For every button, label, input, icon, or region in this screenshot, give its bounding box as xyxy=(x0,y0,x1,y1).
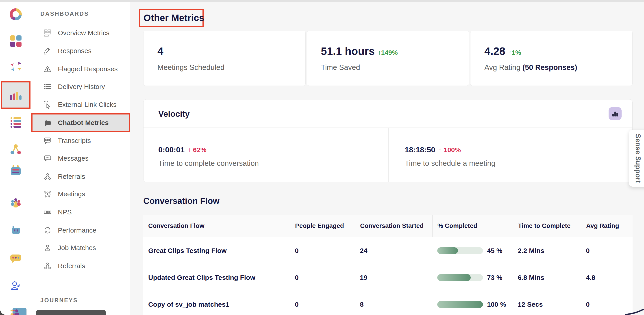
arrows-nav[interactable]: ➤ ➤ ➤ ➤ xyxy=(10,60,22,73)
sidebar-item-job-matches[interactable]: Job Matches xyxy=(32,239,130,257)
annotation-box-title: Other Metrics xyxy=(139,9,204,27)
up-arrow-icon: ↑ xyxy=(378,49,381,56)
icon-rail: ➤ ➤ ➤ ➤ xyxy=(0,0,32,315)
chatbot-metrics-dashboard: ➤ ➤ ➤ ➤ xyxy=(0,0,644,315)
progress-bar xyxy=(437,247,483,254)
up-arrow-icon: ↑ xyxy=(508,49,512,56)
team-nav[interactable] xyxy=(10,197,22,209)
progress-bar xyxy=(437,274,483,281)
column-header: Time to Complete xyxy=(513,215,581,237)
list-nav[interactable] xyxy=(10,116,22,129)
progress-label: 73 % xyxy=(487,274,502,281)
summary-cards: 4 Meetings Scheduled 51.1 hours ↑149% Ti… xyxy=(143,31,632,86)
sync-icon xyxy=(43,226,52,235)
calendar-icon xyxy=(10,165,21,175)
sidebar-item-transcripts[interactable]: Transcripts xyxy=(32,132,130,150)
network-colored-icon xyxy=(10,143,22,156)
cursor-click-icon xyxy=(43,100,52,109)
card-meetings-scheduled: 4 Meetings Scheduled xyxy=(143,31,306,86)
table-header-row: Conversation Flow People Engaged Convers… xyxy=(143,215,632,237)
sidebar-item-delivery-history[interactable]: Delivery History xyxy=(32,78,130,96)
card-value: 51.1 hours xyxy=(321,45,375,57)
sidebar-item-external-link-clicks[interactable]: External Link Clicks xyxy=(32,96,130,114)
delta-up-red: ↑ 100% xyxy=(438,146,461,154)
column-header: Conversation Flow xyxy=(143,215,290,237)
chart-type-button[interactable] xyxy=(608,107,622,120)
sidebar-item-meetings[interactable]: Meetings xyxy=(32,185,130,203)
person-icon xyxy=(43,243,52,252)
sidebar-item-messages[interactable]: Messages xyxy=(32,149,130,167)
card-time-saved: 51.1 hours ↑149% Time Saved xyxy=(307,31,469,86)
bar-chart-icon xyxy=(10,91,22,100)
user-incoming-nav[interactable] xyxy=(10,279,22,292)
bottom-right-swoosh xyxy=(625,309,644,315)
sidebar-item-referrals-2[interactable]: Referrals xyxy=(32,257,130,275)
pencil-icon xyxy=(43,46,52,55)
list-colored-icon xyxy=(10,117,21,128)
flow-name: Copy of sv_job matches1 xyxy=(143,291,290,315)
flow-name: Great Clips Testing Flow xyxy=(143,237,290,264)
contact-card-icon xyxy=(10,308,21,315)
network-nav[interactable] xyxy=(10,143,22,156)
sidebar-item-responses[interactable]: Responses xyxy=(32,42,130,60)
window-top-strip xyxy=(0,0,644,2)
sidebar-item-performance[interactable]: Performance xyxy=(32,221,130,239)
flow-name: Updated Great Clips Testing Flow xyxy=(143,264,290,291)
sidebar-item-nps[interactable]: NPS xyxy=(32,203,130,221)
page-title: Other Metrics xyxy=(140,12,204,23)
delta-up-green: ↑149% xyxy=(378,49,398,56)
sidebar-section-dashboards: DASHBOARDS xyxy=(40,10,89,17)
network-icon xyxy=(43,172,52,181)
apps-grid-icon xyxy=(10,35,22,47)
brand-logo-donut[interactable] xyxy=(10,8,22,21)
sidebar-item-referrals[interactable]: Referrals xyxy=(32,168,130,186)
robot-icon xyxy=(43,118,52,127)
card-label: Avg Rating (50 Responses) xyxy=(484,63,632,72)
card-value: 4 xyxy=(158,45,164,57)
sidebar-section-journeys: JOURNEYS xyxy=(40,297,78,304)
table-row: Copy of sv_job matches1 0 8 100 % 12 Sec… xyxy=(143,291,632,315)
apps-grid-nav[interactable] xyxy=(10,35,22,47)
arrows-icon: ➤ ➤ ➤ ➤ xyxy=(10,60,22,73)
column-header: % Completed xyxy=(432,215,513,237)
bar-chart-icon xyxy=(612,114,614,116)
delta-up-red: ↑ 62% xyxy=(188,146,206,154)
journeys-collapsed-panel[interactable] xyxy=(36,310,106,315)
contact-card-nav[interactable] xyxy=(10,307,22,315)
progress-bar xyxy=(437,301,483,308)
chatbot-colored-icon xyxy=(10,225,22,237)
conversation-flow-title: Conversation Flow xyxy=(143,196,220,206)
metric-label: Time to schedule a meeting xyxy=(405,159,495,168)
warning-triangle-icon xyxy=(43,64,52,73)
form-rows-icon xyxy=(43,28,52,37)
nps-bars-icon xyxy=(43,208,52,217)
conversation-flow-table: Conversation Flow People Engaged Convers… xyxy=(143,215,632,315)
sidebar-item-flagged-responses[interactable]: Flagged Responses xyxy=(32,60,130,78)
column-header: Conversation Started xyxy=(355,215,432,237)
chat-nav[interactable] xyxy=(10,253,22,265)
donut-icon xyxy=(10,8,22,20)
calendar-nav[interactable] xyxy=(10,164,22,177)
user-incoming-icon xyxy=(10,279,22,292)
list-icon xyxy=(43,82,52,91)
alarm-clock-icon xyxy=(43,190,52,199)
velocity-header: Velocity xyxy=(144,99,632,127)
velocity-card: Velocity 0:00:01 ↑ 62% Time to complete … xyxy=(143,99,632,182)
column-header: People Engaged xyxy=(290,215,355,237)
up-arrow-icon: ↑ xyxy=(188,146,191,153)
card-value: 4.28 xyxy=(484,45,505,57)
message-dots-icon xyxy=(43,154,52,163)
up-arrow-icon: ↑ xyxy=(438,146,442,153)
sidebar-item-overview-metrics[interactable]: Overview Metrics xyxy=(32,24,130,42)
chat-bubble-icon xyxy=(10,255,21,263)
metric-label: Time to complete conversation xyxy=(158,159,259,168)
support-tab[interactable]: Sense Support xyxy=(629,130,644,187)
velocity-divider xyxy=(388,128,388,182)
chatbot-nav[interactable] xyxy=(10,225,22,237)
team-icon xyxy=(10,197,22,209)
sidebar: DASHBOARDS Overview Metrics Responses Fl… xyxy=(32,0,130,315)
table-row: Great Clips Testing Flow 0 24 45 % 2.2 M… xyxy=(143,237,632,264)
bar-chart-nav-active[interactable] xyxy=(10,89,22,102)
card-avg-rating: 4.28 ↑1% Avg Rating (50 Responses) xyxy=(470,31,632,86)
velocity-metric-meeting: 18:18:50 ↑ 100% Time to schedule a meeti… xyxy=(405,145,495,168)
